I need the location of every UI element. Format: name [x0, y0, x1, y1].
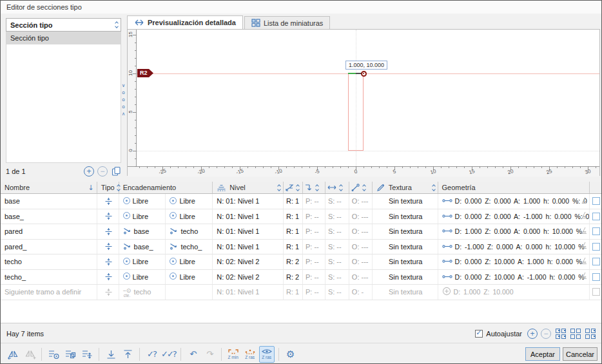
row-type-cell[interactable] [97, 240, 119, 254]
chain-link-icon [170, 242, 178, 250]
row-checkbox[interactable] [592, 197, 600, 205]
row-chain-start-cell[interactable]: Libre [119, 194, 166, 209]
column-header-encadenamiento[interactable]: Encadenamiento [119, 182, 213, 193]
column-header-o[interactable] [349, 182, 373, 193]
vertex-marker[interactable] [361, 71, 367, 77]
sort-descending-icon[interactable]: ↓ [88, 184, 93, 192]
row-chain-end-cell[interactable]: Libre [166, 194, 213, 209]
section-type-list[interactable]: Sección tipo [6, 32, 121, 163]
column-spinner-icon[interactable] [340, 185, 342, 191]
row-chain-start-cell[interactable]: −⊙cte.techo [119, 285, 166, 300]
redo-button[interactable]: ↷ [202, 346, 217, 363]
rows-reorder-button[interactable] [79, 346, 95, 363]
mirror-move-button[interactable] [22, 346, 37, 363]
row-type-cell[interactable] [97, 285, 119, 300]
row-checkbox[interactable] [592, 258, 600, 265]
fit-columns-none-icon[interactable] [570, 329, 581, 339]
section-type-dropdown[interactable]: Sección tipo [6, 18, 121, 32]
fit-columns-all-icon[interactable] [556, 329, 566, 339]
duplicate-section-button[interactable] [112, 166, 121, 177]
row-type-cell[interactable] [97, 254, 119, 269]
z-min-button[interactable]: Z min [226, 346, 241, 363]
rows-visibility-button[interactable] [46, 346, 61, 363]
zoom-in-button[interactable]: + [527, 329, 538, 339]
row-chain-end-cell[interactable]: Libre [166, 270, 213, 285]
move-down-button[interactable] [103, 346, 119, 363]
x-axis-tick [178, 166, 179, 168]
table-row[interactable]: base_ Libre Libre N: 01: Nivel 1 R: 1 P:… [1, 209, 601, 225]
vertical-axis-spinner[interactable]: ∨ooo∧ [121, 82, 126, 117]
horizontal-extent-icon [327, 184, 337, 191]
tab-detailed-preview[interactable]: Previsualización detallada [127, 15, 243, 29]
section-outline-rect[interactable] [348, 73, 364, 151]
segment-highlight-green [348, 73, 356, 74]
zoom-out-button[interactable]: − [541, 329, 551, 339]
row-type-cell[interactable] [97, 270, 119, 285]
column-spinner-icon[interactable] [296, 185, 299, 191]
column-header-geometria[interactable]: Geometría [438, 182, 590, 193]
row-chain-start-cell[interactable]: Libre [119, 270, 166, 285]
dropdown-spinner-icon[interactable] [115, 22, 118, 28]
column-header-textura[interactable]: Textura [373, 182, 438, 193]
detailed-preview-canvas[interactable]: R2 1.000, 10.000 -25-20-15-10-5051015202… [127, 29, 600, 176]
row-checkbox[interactable] [592, 243, 600, 251]
column-header-s[interactable] [325, 182, 349, 193]
row-texture: Sin textura [389, 197, 423, 205]
settings-button[interactable]: ⚙ [283, 346, 298, 363]
z-ras-view-button[interactable]: Z ras [259, 346, 275, 363]
row-checkbox[interactable] [592, 213, 600, 220]
add-section-button[interactable]: + [84, 166, 94, 177]
table-row[interactable]: base Libre Libre N: 01: Nivel 1 R: 1 P: … [1, 194, 601, 209]
row-chain-start-cell[interactable]: Libre [119, 254, 166, 269]
move-down-icon [106, 349, 117, 359]
row-chain-end-cell[interactable]: techo [166, 224, 213, 239]
column-spinner-icon[interactable] [278, 185, 280, 191]
column-spinner-icon[interactable] [316, 185, 318, 191]
rows-duplicate-button[interactable] [63, 346, 78, 363]
x-axis-tick [371, 166, 372, 168]
autofit-checkbox[interactable] [475, 330, 483, 338]
fit-columns-mixed-icon[interactable] [585, 329, 596, 339]
column-header-p[interactable] [303, 182, 325, 193]
row-chain-end-cell[interactable]: Libre [166, 254, 213, 269]
row-chain-end-cell[interactable]: Libre [166, 209, 213, 224]
column-spinner-icon[interactable] [363, 185, 365, 191]
list-item-selected[interactable]: Sección tipo [6, 32, 121, 44]
table-row[interactable]: pared_ base_ techo_ N: 01: Nivel 1 R: 1 … [1, 240, 601, 255]
row-chain-start-cell[interactable]: Libre [119, 209, 166, 224]
undo-button[interactable]: ↶ [185, 346, 200, 363]
row-chain-start-cell[interactable]: base [119, 224, 166, 239]
row-checkbox[interactable] [592, 288, 600, 296]
validate-one-button[interactable]: ✓? [144, 346, 159, 363]
column-header-nivel[interactable]: Nivel [213, 182, 284, 193]
row-chain-end-cell[interactable]: techo_ [166, 240, 213, 254]
table-row[interactable]: pared base techo N: 01: Nivel 1 R: 1 P: … [1, 224, 601, 240]
row-o-value: O: --- [352, 213, 369, 220]
column-spinner-icon[interactable] [432, 185, 435, 191]
row-chain-start-cell[interactable]: base_ [119, 240, 166, 254]
tab-thumbnail-list[interactable]: Lista de miniaturas [244, 16, 330, 29]
cancel-button[interactable]: Cancelar [563, 347, 597, 361]
mirror-horizontal-button[interactable] [5, 346, 21, 363]
move-up-button[interactable] [120, 346, 135, 363]
table-row[interactable]: techo_ Libre Libre N: 02: Nivel 2 R: 2 P… [1, 270, 601, 285]
x-axis-tick [534, 166, 534, 168]
row-checkbox[interactable] [592, 227, 600, 235]
z-ras-button[interactable]: Z ras [242, 346, 258, 363]
table-row[interactable]: techo Libre Libre N: 02: Nivel 2 R: 2 P:… [1, 254, 601, 270]
column-header-r[interactable] [284, 182, 303, 193]
remove-section-button[interactable]: − [97, 166, 108, 177]
x-axis-tick [217, 166, 217, 168]
row-type-cell[interactable] [97, 194, 119, 209]
row-type-cell[interactable] [97, 224, 119, 239]
accept-button[interactable]: Aceptar [525, 347, 560, 361]
row-checkbox[interactable] [592, 273, 600, 281]
validate-all-button[interactable]: ✓✓? [160, 346, 177, 363]
y-axis-tick [135, 89, 137, 90]
row-chain-end-cell[interactable] [166, 285, 213, 300]
x-axis-tick [418, 166, 418, 168]
row-type-cell[interactable] [97, 209, 119, 224]
column-header-nombre[interactable]: Nombre ↓ [1, 182, 97, 193]
table-row[interactable]: Siguiente tramo a definir −⊙cte.techo N:… [1, 285, 601, 300]
column-header-tipo[interactable]: Tipo [97, 182, 119, 193]
